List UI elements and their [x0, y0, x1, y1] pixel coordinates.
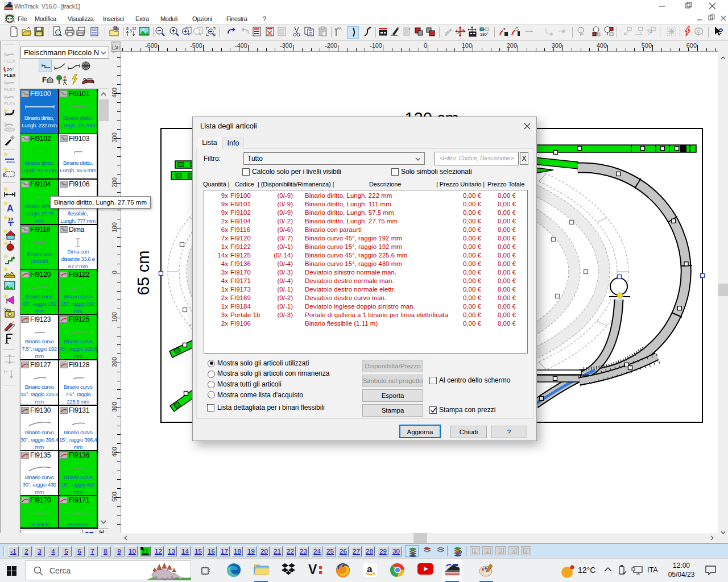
svg-text:12: 12 [132, 27, 136, 31]
svg-text:180°: 180° [480, 32, 489, 36]
svg-text:A: A [7, 203, 14, 213]
svg-text:FLEX: FLEX [4, 73, 16, 78]
svg-text:20°: 20° [7, 67, 14, 72]
svg-text:FLEX: FLEX [4, 101, 16, 106]
svg-text:?: ? [458, 550, 462, 556]
svg-text:8: 8 [126, 27, 129, 31]
svg-text:F: F [42, 76, 47, 84]
svg-text:FLEX: FLEX [4, 59, 16, 64]
svg-text:V: V [308, 563, 317, 576]
svg-text:a: a [367, 564, 373, 575]
svg-text:?: ? [718, 27, 723, 36]
svg-text:FLEX: FLEX [4, 87, 16, 92]
svg-text:65 cm: 65 cm [134, 251, 152, 296]
svg-text:400m: 400m [6, 160, 15, 164]
svg-text:?2: ?2 [647, 28, 652, 34]
svg-text:10: 10 [8, 217, 13, 222]
